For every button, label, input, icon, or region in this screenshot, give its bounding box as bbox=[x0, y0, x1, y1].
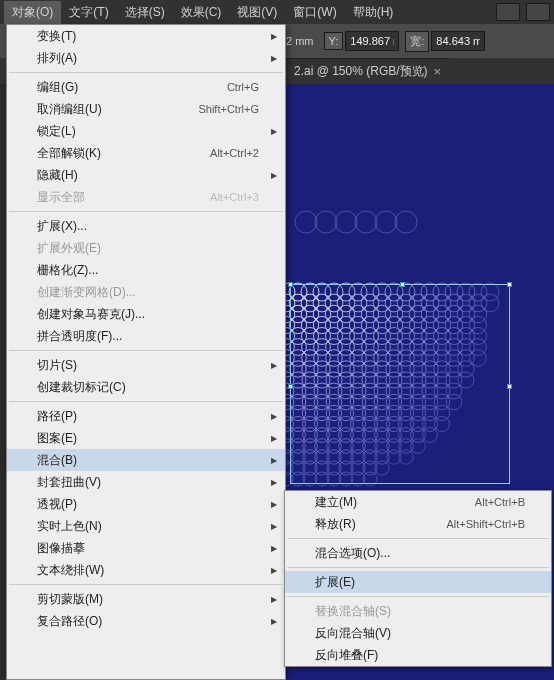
menu-item[interactable]: 文本绕排(W) bbox=[7, 559, 285, 581]
menu-item[interactable]: 选择(S) bbox=[117, 1, 173, 24]
w-input[interactable] bbox=[431, 31, 485, 51]
menu-item[interactable]: 创建对象马赛克(J)... bbox=[7, 303, 285, 325]
svg-point-264 bbox=[295, 211, 317, 233]
menu-item[interactable]: 切片(S) bbox=[7, 354, 285, 376]
menu-label: 反向堆叠(F) bbox=[315, 647, 378, 664]
svg-point-268 bbox=[375, 211, 397, 233]
separator bbox=[9, 350, 283, 351]
menu-label: 创建渐变网格(D)... bbox=[37, 284, 136, 301]
menu-label: 扩展(E) bbox=[315, 574, 355, 591]
menu-item[interactable]: 复合路径(O) bbox=[7, 610, 285, 632]
separator bbox=[9, 584, 283, 585]
document-tab[interactable]: 2.ai @ 150% (RGB/预览) × bbox=[286, 58, 449, 84]
menu-item[interactable]: 混合选项(O)... bbox=[285, 542, 551, 564]
menubar: 对象(O)文字(T)选择(S)效果(C)视图(V)窗口(W)帮助(H) bbox=[0, 0, 554, 24]
menu-item[interactable]: 效果(C) bbox=[173, 1, 230, 24]
menu-item[interactable]: 混合(B) bbox=[7, 449, 285, 471]
menu-item[interactable]: 取消编组(U)Shift+Ctrl+G bbox=[7, 98, 285, 120]
menu-item[interactable]: 扩展(E) bbox=[285, 571, 551, 593]
menu-item[interactable]: 视图(V) bbox=[229, 1, 285, 24]
menu-item[interactable]: 全部解锁(K)Alt+Ctrl+2 bbox=[7, 142, 285, 164]
menu-label: 隐藏(H) bbox=[37, 167, 78, 184]
handle-icon[interactable] bbox=[507, 384, 512, 389]
menu-label: 路径(P) bbox=[37, 408, 77, 425]
menu-item[interactable]: 建立(M)Alt+Ctrl+B bbox=[285, 491, 551, 513]
menu-item[interactable]: 排列(A) bbox=[7, 47, 285, 69]
y-input[interactable] bbox=[345, 31, 399, 51]
menu-item[interactable]: 释放(R)Alt+Shift+Ctrl+B bbox=[285, 513, 551, 535]
shortcut: Alt+Ctrl+2 bbox=[210, 147, 259, 159]
handle-icon[interactable] bbox=[288, 282, 293, 287]
menu-item[interactable]: 实时上色(N) bbox=[7, 515, 285, 537]
br-icon[interactable] bbox=[496, 3, 520, 21]
menu-item[interactable]: 编组(G)Ctrl+G bbox=[7, 76, 285, 98]
shortcut: Alt+Ctrl+3 bbox=[210, 191, 259, 203]
menu-label: 反向混合轴(V) bbox=[315, 625, 391, 642]
menu-label: 创建裁切标记(C) bbox=[37, 379, 126, 396]
separator bbox=[9, 401, 283, 402]
shortcut: Alt+Shift+Ctrl+B bbox=[446, 518, 525, 530]
separator bbox=[9, 72, 283, 73]
separator bbox=[9, 211, 283, 212]
menu-label: 编组(G) bbox=[37, 79, 78, 96]
shortcut: Ctrl+G bbox=[227, 81, 259, 93]
menu-label: 替换混合轴(S) bbox=[315, 603, 391, 620]
menu-label: 释放(R) bbox=[315, 516, 356, 533]
blend-submenu: 建立(M)Alt+Ctrl+B释放(R)Alt+Shift+Ctrl+B混合选项… bbox=[284, 490, 552, 667]
menu-item[interactable]: 对象(O) bbox=[4, 1, 61, 24]
y-label: Y: bbox=[324, 32, 344, 50]
menu-label: 变换(T) bbox=[37, 28, 76, 45]
svg-point-267 bbox=[355, 211, 377, 233]
menu-item[interactable]: 封套扭曲(V) bbox=[7, 471, 285, 493]
separator bbox=[287, 538, 549, 539]
menu-label: 显示全部 bbox=[37, 189, 85, 206]
menu-label: 实时上色(N) bbox=[37, 518, 102, 535]
menu-label: 复合路径(O) bbox=[37, 613, 102, 630]
menu-label: 切片(S) bbox=[37, 357, 77, 374]
menu-label: 剪切蒙版(M) bbox=[37, 591, 103, 608]
menu-item: 创建渐变网格(D)... bbox=[7, 281, 285, 303]
separator bbox=[287, 596, 549, 597]
menu-item[interactable]: 图案(E) bbox=[7, 427, 285, 449]
menu-item[interactable]: 窗口(W) bbox=[285, 1, 344, 24]
menu-item[interactable]: 锁定(L) bbox=[7, 120, 285, 142]
menu-label: 混合选项(O)... bbox=[315, 545, 390, 562]
menu-item[interactable]: 拼合透明度(F)... bbox=[7, 325, 285, 347]
tab-label: 2.ai @ 150% (RGB/预览) bbox=[294, 63, 428, 80]
menu-item[interactable]: 变换(T) bbox=[7, 25, 285, 47]
menu-item[interactable]: 扩展(X)... bbox=[7, 215, 285, 237]
w-label: 宽: bbox=[405, 31, 429, 52]
menu-label: 排列(A) bbox=[37, 50, 77, 67]
menu-item: 扩展外观(E) bbox=[7, 237, 285, 259]
close-icon[interactable]: × bbox=[434, 64, 442, 79]
workspace-switcher-icon[interactable] bbox=[526, 3, 550, 21]
menu-label: 图案(E) bbox=[37, 430, 77, 447]
menu-item[interactable]: 图像描摹 bbox=[7, 537, 285, 559]
menu-item[interactable]: 反向混合轴(V) bbox=[285, 622, 551, 644]
menu-item[interactable]: 隐藏(H) bbox=[7, 164, 285, 186]
svg-point-266 bbox=[335, 211, 357, 233]
svg-point-265 bbox=[315, 211, 337, 233]
menu-item[interactable]: 文字(T) bbox=[61, 1, 116, 24]
shortcut: Shift+Ctrl+G bbox=[198, 103, 259, 115]
menu-label: 透视(P) bbox=[37, 496, 77, 513]
menu-label: 建立(M) bbox=[315, 494, 357, 511]
handle-icon[interactable] bbox=[400, 282, 405, 287]
menu-item[interactable]: 透视(P) bbox=[7, 493, 285, 515]
menu-item[interactable]: 反向堆叠(F) bbox=[285, 644, 551, 666]
menu-label: 封套扭曲(V) bbox=[37, 474, 101, 491]
menu-label: 拼合透明度(F)... bbox=[37, 328, 122, 345]
menu-item[interactable]: 栅格化(Z)... bbox=[7, 259, 285, 281]
menu-item[interactable]: 创建裁切标记(C) bbox=[7, 376, 285, 398]
svg-point-269 bbox=[395, 211, 417, 233]
menu-label: 取消编组(U) bbox=[37, 101, 102, 118]
separator bbox=[287, 567, 549, 568]
menu-label: 栅格化(Z)... bbox=[37, 262, 98, 279]
menu-item[interactable]: 剪切蒙版(M) bbox=[7, 588, 285, 610]
menu-item[interactable]: 路径(P) bbox=[7, 405, 285, 427]
handle-icon[interactable] bbox=[507, 282, 512, 287]
menu-item: 显示全部Alt+Ctrl+3 bbox=[7, 186, 285, 208]
handle-icon[interactable] bbox=[288, 384, 293, 389]
menu-label: 扩展外观(E) bbox=[37, 240, 101, 257]
menu-item[interactable]: 帮助(H) bbox=[345, 1, 402, 24]
